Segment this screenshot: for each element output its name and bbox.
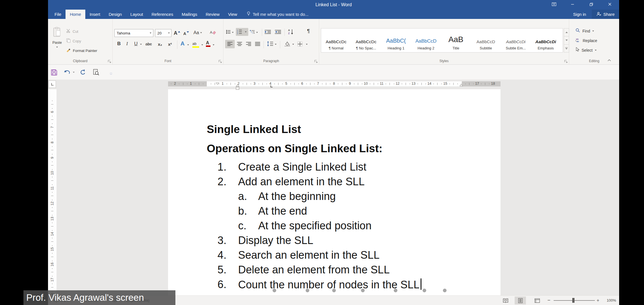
hanging-indent-marker[interactable] xyxy=(236,84,240,93)
borders-button[interactable] xyxy=(297,42,303,48)
font-name-combo[interactable]: Tahoma xyxy=(114,29,153,37)
vruler-tick xyxy=(52,215,53,215)
clear-formatting-button[interactable]: A xyxy=(210,30,216,36)
bullets-button[interactable] xyxy=(226,30,231,35)
zoom-level-label[interactable]: 100% xyxy=(607,296,616,305)
align-right-button[interactable] xyxy=(246,42,251,47)
first-line-indent-marker[interactable] xyxy=(216,81,219,86)
sign-in-button[interactable]: Sign in xyxy=(573,12,586,17)
read-mode-button[interactable] xyxy=(500,297,511,304)
zoom-in-button[interactable]: + xyxy=(597,296,599,305)
collapse-ribbon-button[interactable] xyxy=(607,58,611,63)
styles-dialog-launcher-icon[interactable] xyxy=(564,59,568,63)
tell-me-box[interactable]: Tell me what you want to do... xyxy=(247,10,309,19)
replace-button[interactable]: abac Replace xyxy=(575,38,597,43)
font-dialog-launcher-icon[interactable] xyxy=(218,59,222,63)
sort-button[interactable]: AZ xyxy=(288,29,294,36)
font-color-dropdown-icon[interactable] xyxy=(213,44,214,45)
text-highlight-button[interactable]: ab xyxy=(192,41,199,48)
shading-dropdown-icon[interactable] xyxy=(292,44,294,45)
style-emphasis[interactable]: AaBbCcDiEmphasis xyxy=(531,29,561,52)
grow-font-button[interactable]: A xyxy=(174,30,180,36)
paragraph-dialog-launcher-icon[interactable] xyxy=(314,59,318,63)
text-effects-button[interactable]: A xyxy=(180,40,184,47)
text-effects-dropdown-icon[interactable] xyxy=(187,44,189,45)
copy-button[interactable]: Copy xyxy=(66,38,81,44)
line-spacing-dropdown-icon[interactable] xyxy=(275,44,277,45)
tab-stop-marker[interactable] xyxy=(270,84,273,89)
line-spacing-button[interactable] xyxy=(267,41,273,47)
tab-layout[interactable]: Layout xyxy=(126,10,147,19)
bold-button[interactable]: B xyxy=(117,41,121,47)
borders-dropdown-icon[interactable] xyxy=(306,44,308,45)
style-title[interactable]: AaBTitle xyxy=(441,29,471,52)
print-layout-button[interactable] xyxy=(515,297,526,304)
superscript-button[interactable]: x² xyxy=(168,42,172,47)
tab-design[interactable]: Design xyxy=(105,10,126,19)
style--normal[interactable]: AaBbCcDc¶ Normal xyxy=(321,29,351,52)
tab-references[interactable]: References xyxy=(147,10,177,19)
clipboard-dialog-launcher-icon[interactable] xyxy=(108,59,111,63)
tab-view[interactable]: View xyxy=(224,10,241,19)
redo-button[interactable] xyxy=(80,69,86,77)
close-button[interactable] xyxy=(601,0,619,10)
font-size-combo[interactable]: 20 xyxy=(155,29,171,37)
italic-button[interactable]: I xyxy=(126,41,128,47)
cut-button[interactable]: Cut xyxy=(66,29,78,34)
right-indent-marker[interactable] xyxy=(460,82,463,88)
style-label: ¶ No Spac... xyxy=(356,46,376,50)
ribbon-display-options-button[interactable] xyxy=(545,0,563,10)
format-painter-button[interactable]: Format Painter xyxy=(66,48,97,54)
share-button[interactable]: Share xyxy=(592,10,619,19)
select-button[interactable]: Select xyxy=(575,47,597,53)
styles-scroll-down-button[interactable] xyxy=(564,36,569,44)
strikethrough-button[interactable]: abc xyxy=(145,42,152,46)
minimize-button[interactable] xyxy=(563,0,582,10)
numbering-button-active[interactable]: 123 xyxy=(236,28,248,36)
tab-home[interactable]: Home xyxy=(66,10,85,19)
styles-scroll-up-button[interactable] xyxy=(564,28,569,36)
style-heading-1[interactable]: AaBbC(Heading 1 xyxy=(381,29,411,52)
find-button[interactable]: Find xyxy=(575,28,594,34)
show-paragraph-marks-button[interactable]: ¶ xyxy=(307,28,310,34)
decrease-indent-button[interactable] xyxy=(265,30,271,35)
save-button[interactable] xyxy=(51,69,57,77)
subscript-button[interactable]: x₂ xyxy=(158,42,162,47)
justify-button[interactable] xyxy=(255,42,260,47)
style-subtle-em-[interactable]: AaBbCcDiSubtle Em... xyxy=(501,29,531,52)
shading-button[interactable] xyxy=(284,41,291,48)
shrink-font-button[interactable]: A xyxy=(183,31,189,36)
change-case-button[interactable]: Aa xyxy=(193,30,202,35)
paste-button[interactable]: Paste xyxy=(50,27,64,57)
underline-button[interactable]: U xyxy=(134,41,138,47)
style-subtitle[interactable]: AaBbCcDSubtitle xyxy=(471,29,501,52)
restore-button[interactable] xyxy=(582,0,601,10)
style-heading-2[interactable]: AaBbCcDHeading 2 xyxy=(411,29,441,52)
qat-customize-button[interactable] xyxy=(110,71,112,76)
align-left-button-active[interactable] xyxy=(225,40,235,48)
tab-insert[interactable]: Insert xyxy=(85,10,105,19)
web-layout-button[interactable] xyxy=(532,297,543,304)
print-preview-button[interactable] xyxy=(93,69,99,77)
multilevel-list-button[interactable] xyxy=(250,30,255,35)
styles-more-button[interactable] xyxy=(564,45,569,53)
tab-file[interactable]: File xyxy=(50,10,66,19)
tab-review[interactable]: Review xyxy=(201,10,224,19)
font-color-button[interactable]: A xyxy=(206,40,210,47)
zoom-out-button[interactable]: − xyxy=(547,296,551,305)
tab-mailings[interactable]: Mailings xyxy=(177,10,201,19)
undo-dropdown-icon[interactable] xyxy=(73,72,75,73)
highlight-dropdown-icon[interactable] xyxy=(201,44,203,45)
undo-button[interactable] xyxy=(64,69,71,76)
tab-selector-button[interactable] xyxy=(49,80,56,88)
increase-indent-button[interactable] xyxy=(275,30,281,35)
bullets-dropdown-icon[interactable] xyxy=(232,32,234,33)
doc-heading-1[interactable]: Single Linked List xyxy=(207,123,301,136)
zoom-slider-handle[interactable] xyxy=(572,298,575,303)
document-page[interactable]: Single Linked List Operations on Single … xyxy=(168,89,501,295)
align-center-button[interactable] xyxy=(237,42,242,47)
style--no-spac-[interactable]: AaBbCcDc¶ No Spac... xyxy=(351,29,381,52)
underline-dropdown-icon[interactable] xyxy=(140,44,142,45)
multilevel-dropdown-icon[interactable] xyxy=(256,32,258,33)
doc-heading-2[interactable]: Operations on Single Linked List: xyxy=(207,142,382,155)
